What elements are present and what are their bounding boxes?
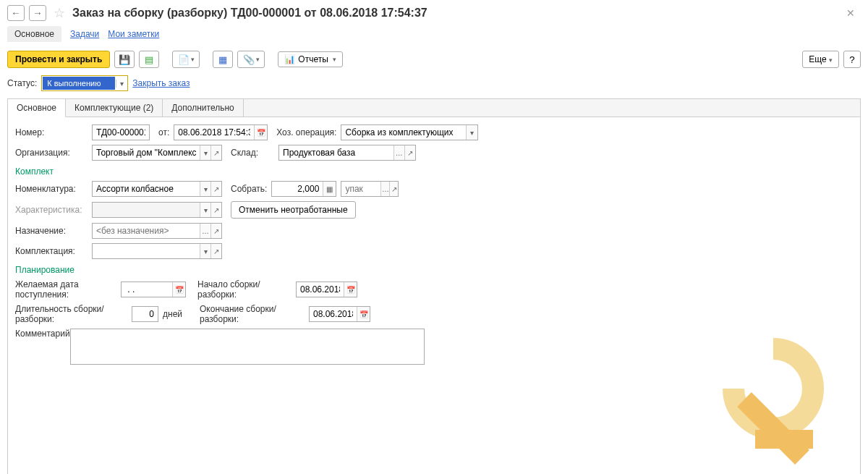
planning-section-title: Планирование xyxy=(15,265,853,275)
floppy-icon: 💾 xyxy=(119,54,130,65)
kitting-label: Комплектация: xyxy=(15,246,88,256)
spinner-icon[interactable]: ▦ xyxy=(323,182,336,196)
page-title: Заказ на сборку (разборку) ТД00-000001 о… xyxy=(72,7,427,20)
duration-label: Длительность сборки/разборки: xyxy=(15,304,127,324)
operation-label: Хоз. операция: xyxy=(276,127,336,137)
status-input[interactable] xyxy=(43,77,115,90)
tab-components[interactable]: Комплектующие (2) xyxy=(66,99,163,117)
operation-input[interactable] xyxy=(341,125,466,140)
nomenclature-input[interactable] xyxy=(93,182,200,196)
document-arrow-icon: 📄 xyxy=(178,54,190,65)
open-icon[interactable]: ↗ xyxy=(210,244,221,258)
warehouse-label: Склад: xyxy=(231,148,274,158)
unit-input[interactable] xyxy=(341,182,380,196)
dropdown-icon[interactable]: ▾ xyxy=(466,125,477,140)
close-order-link[interactable]: Закрыть заказ xyxy=(132,78,190,88)
nav-forward-button[interactable]: → xyxy=(29,5,46,21)
dropdown-icon: ▾ xyxy=(200,203,210,217)
print-button[interactable]: ▦ xyxy=(213,51,233,68)
ellipsis-icon[interactable]: … xyxy=(393,145,404,160)
nav-back-button[interactable]: ← xyxy=(7,5,25,21)
help-button[interactable]: ? xyxy=(843,51,861,68)
characteristic-label: Характеристика: xyxy=(15,205,88,215)
open-icon[interactable]: ↗ xyxy=(210,224,221,238)
comment-textarea[interactable] xyxy=(70,329,425,365)
ellipsis-icon[interactable]: … xyxy=(200,224,210,238)
calendar-icon[interactable]: 📅 xyxy=(344,282,357,297)
kitting-input[interactable] xyxy=(93,244,200,258)
purpose-input[interactable] xyxy=(93,224,200,238)
from-label: от: xyxy=(158,127,169,137)
characteristic-input xyxy=(93,203,200,217)
report-icon: 📊 xyxy=(284,54,295,64)
start-date-input[interactable] xyxy=(297,282,344,297)
tab-main[interactable]: Основное xyxy=(8,99,66,117)
number-input[interactable] xyxy=(93,125,149,140)
desired-date-label: Желаемая дата поступления: xyxy=(15,279,116,300)
purpose-label: Назначение: xyxy=(15,226,88,236)
reports-button[interactable]: 📊Отчеты▾ xyxy=(278,51,342,67)
status-label: Статус: xyxy=(7,78,37,88)
date-input[interactable] xyxy=(174,125,254,140)
top-tab-notes[interactable]: Мои заметки xyxy=(108,26,159,42)
dropdown-icon[interactable]: ▾ xyxy=(200,244,210,258)
org-label: Организация: xyxy=(15,148,88,158)
dropdown-icon[interactable]: ▾ xyxy=(200,145,210,160)
warehouse-input[interactable] xyxy=(279,145,393,160)
more-button[interactable]: Еще ▾ xyxy=(802,51,839,68)
kit-section-title: Комплект xyxy=(15,166,853,177)
collect-input[interactable] xyxy=(272,182,323,196)
close-icon[interactable]: ✕ xyxy=(841,4,861,22)
tab-additional[interactable]: Дополнительно xyxy=(163,99,243,117)
open-icon[interactable]: ↗ xyxy=(210,145,221,160)
duration-unit: дней xyxy=(163,309,182,319)
collect-label: Собрать: xyxy=(231,184,267,194)
status-select[interactable]: ▾ xyxy=(41,75,128,91)
dropdown-icon[interactable]: ▾ xyxy=(200,182,210,196)
open-icon[interactable]: ↗ xyxy=(210,182,221,196)
status-dropdown-icon[interactable]: ▾ xyxy=(116,80,127,88)
submit-close-button[interactable]: Провести и закрыть xyxy=(7,51,110,68)
comment-label: Комментарий: xyxy=(15,329,66,339)
end-label: Окончание сборки/разборки: xyxy=(200,304,305,324)
ellipsis-icon[interactable]: … xyxy=(380,182,389,196)
org-input[interactable] xyxy=(93,145,200,160)
end-date-input[interactable] xyxy=(310,307,357,321)
duration-input[interactable] xyxy=(132,307,158,321)
favorite-star-icon[interactable]: ☆ xyxy=(54,5,65,21)
post-button[interactable]: ▤ xyxy=(139,51,159,68)
print-icon: ▦ xyxy=(218,54,227,65)
top-tab-main[interactable]: Основное xyxy=(7,26,61,42)
calendar-icon[interactable]: 📅 xyxy=(357,307,370,321)
paperclip-icon: 📎 xyxy=(243,54,255,65)
desired-date-input[interactable] xyxy=(122,282,172,297)
number-label: Номер: xyxy=(15,127,88,137)
cancel-unprocessed-button[interactable]: Отменить неотработанные xyxy=(231,201,356,219)
create-based-button[interactable]: 📄▾ xyxy=(172,51,200,68)
start-label: Начало сборки/разборки: xyxy=(197,279,292,300)
calendar-icon[interactable]: 📅 xyxy=(254,125,267,140)
nomenclature-label: Номенклатура: xyxy=(15,184,88,194)
attachments-button[interactable]: 📎▾ xyxy=(237,51,265,68)
open-icon[interactable]: ↗ xyxy=(389,182,398,196)
save-button[interactable]: 💾 xyxy=(114,51,135,68)
top-tab-tasks[interactable]: Задачи xyxy=(70,26,99,42)
open-icon: ↗ xyxy=(210,203,221,217)
document-check-icon: ▤ xyxy=(145,54,153,65)
calendar-icon[interactable]: 📅 xyxy=(172,282,185,297)
open-icon[interactable]: ↗ xyxy=(404,145,415,160)
